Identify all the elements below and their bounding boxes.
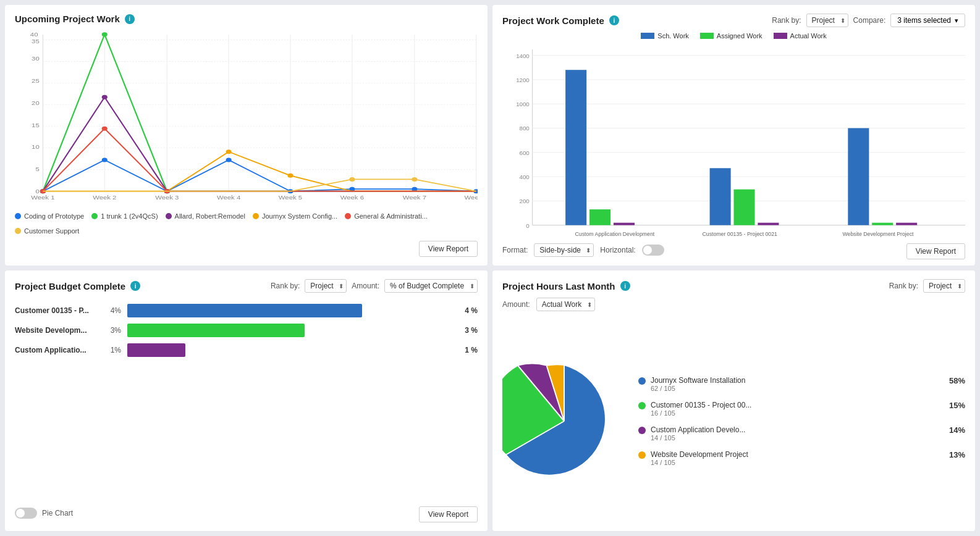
- rank-by-select[interactable]: Project: [806, 14, 848, 27]
- hours-amount-wrapper[interactable]: Actual Work: [536, 298, 595, 311]
- upcoming-view-report-button[interactable]: View Report: [419, 241, 478, 257]
- svg-rect-77: [758, 223, 779, 225]
- budget-pct-right-0: 4 %: [455, 306, 478, 315]
- pie-dot-2: [638, 427, 646, 434]
- svg-text:1200: 1200: [516, 77, 530, 83]
- upcoming-title: Upcoming Project Work: [15, 14, 120, 24]
- pie-legend-text-0: Journyx Software Installation 62 / 105: [651, 376, 944, 392]
- legend-sch-work: Sch. Work: [641, 32, 689, 40]
- svg-text:Week 3: Week 3: [155, 195, 179, 201]
- legend-dot-allard: [166, 213, 172, 219]
- legend-label-general: General & Administrati...: [354, 212, 428, 220]
- svg-text:Customer 00135 - Project 0021: Customer 00135 - Project 0021: [703, 231, 778, 237]
- svg-text:5: 5: [35, 167, 40, 173]
- legend-coding: Coding of Prototype: [15, 212, 84, 220]
- format-label: Format:: [502, 246, 528, 254]
- horizontal-toggle[interactable]: [642, 245, 664, 256]
- svg-point-36: [226, 157, 232, 162]
- legend-dot-coding: [15, 213, 21, 219]
- items-selected-button[interactable]: 3 items selected: [890, 14, 965, 27]
- legend-allard: Allard, Robert:Remodel: [166, 212, 245, 220]
- budget-fill-2: [127, 343, 185, 357]
- svg-text:200: 200: [520, 198, 530, 204]
- legend-journyx: Journyx System Config...: [253, 212, 337, 220]
- budget-view-report-button[interactable]: View Report: [419, 506, 478, 522]
- budget-amount-select[interactable]: % of Budget Complete: [384, 279, 478, 293]
- work-complete-controls: Rank by: Project Compare: 3 items select…: [772, 14, 965, 27]
- legend-actual-work: Actual Work: [774, 32, 827, 40]
- pie-chart-label: Pie Chart: [42, 509, 73, 517]
- budget-fill-0: [127, 304, 362, 317]
- svg-text:10: 10: [32, 144, 40, 151]
- budget-title: Project Budget Complete: [15, 281, 125, 291]
- budget-amount-label: Amount:: [352, 282, 379, 290]
- hours-amount-row: Amount: Actual Work: [502, 298, 965, 311]
- work-complete-view-report-button[interactable]: View Report: [906, 243, 965, 259]
- upcoming-legend: Coding of Prototype 1 trunk 1 (2v4QcS) A…: [15, 212, 478, 235]
- budget-rank-by-select[interactable]: Project: [305, 279, 347, 293]
- work-complete-chart: 0 200 400 600 800 1000 1200 1400: [502, 43, 965, 237]
- pie-legend-item-0: Journyx Software Installation 62 / 105 5…: [638, 376, 965, 392]
- budget-amount-wrapper[interactable]: % of Budget Complete: [384, 279, 478, 293]
- rank-by-label: Rank by:: [772, 16, 801, 25]
- budget-pie-toggle-knob: [16, 509, 25, 517]
- pie-legend-text-3: Website Development Project 14 / 105: [651, 450, 944, 466]
- hours-rank-by-wrapper[interactable]: Project: [923, 279, 965, 293]
- pie-legend-text-2: Custom Application Develo... 14 / 105: [651, 425, 944, 442]
- pie-legend-name-0: Journyx Software Installation: [651, 376, 944, 385]
- budget-label-2: Custom Applicatio...: [15, 346, 95, 354]
- svg-point-50: [102, 127, 108, 131]
- pie-legend-sub-2: 14 / 105: [651, 434, 944, 442]
- pie-legend-item-3: Website Development Project 14 / 105 13%: [638, 450, 965, 466]
- upcoming-chart-area: 0 5 10 15 20 25 30 35 40 Week 1: [15, 29, 478, 207]
- svg-rect-80: [872, 223, 893, 225]
- format-wrapper[interactable]: Side-by-side: [534, 243, 594, 257]
- legend-assigned-work: Assigned Work: [700, 32, 762, 40]
- budget-controls: Rank by: Project Amount: % of Budget Com…: [271, 279, 478, 293]
- hours-pie-layout: Journyx Software Installation 62 / 105 5…: [502, 320, 965, 522]
- budget-pct-left-2: 1%: [101, 346, 121, 354]
- svg-rect-75: [710, 168, 731, 225]
- hours-amount-select[interactable]: Actual Work: [536, 298, 595, 311]
- svg-text:800: 800: [520, 125, 530, 132]
- svg-point-47: [226, 149, 232, 154]
- budget-track-2: [127, 343, 449, 357]
- hours-panel: Project Hours Last Month i Rank by: Proj…: [492, 270, 975, 531]
- work-complete-info-icon[interactable]: i: [609, 15, 619, 25]
- upcoming-panel: Upcoming Project Work i 0 5 10 15 20 25 …: [5, 5, 488, 266]
- pie-legend-name-3: Website Development Project: [651, 450, 944, 459]
- budget-rank-by-wrapper[interactable]: Project: [305, 279, 347, 293]
- legend-label-coding: Coding of Prototype: [24, 212, 84, 220]
- format-bar: Format: Side-by-side Horizontal: View Re…: [502, 241, 965, 259]
- svg-text:0: 0: [35, 188, 40, 195]
- svg-text:Week 2: Week 2: [93, 195, 117, 201]
- legend-rect-assigned: [700, 33, 714, 39]
- upcoming-line-chart: 0 5 10 15 20 25 30 35 40 Week 1: [15, 29, 478, 207]
- svg-text:400: 400: [520, 174, 530, 180]
- svg-text:600: 600: [520, 149, 530, 156]
- legend-label-sch: Sch. Work: [657, 32, 689, 40]
- svg-text:15: 15: [32, 122, 40, 128]
- budget-bottom-bar: Pie Chart View Report: [15, 498, 478, 522]
- budget-pct-right-2: 1 %: [455, 346, 478, 354]
- svg-rect-72: [589, 209, 610, 225]
- legend-dot-trunk: [91, 213, 98, 219]
- horizontal-label: Horizontal:: [600, 246, 635, 254]
- legend-label-support: Customer Support: [24, 227, 79, 235]
- svg-text:30: 30: [32, 56, 40, 62]
- legend-dot-general: [345, 213, 351, 219]
- work-complete-title: Project Work Complete: [502, 15, 604, 26]
- hours-rank-by-select[interactable]: Project: [923, 279, 965, 293]
- format-select[interactable]: Side-by-side: [534, 243, 594, 257]
- upcoming-info-icon[interactable]: i: [125, 14, 135, 24]
- work-complete-bar-svg: 0 200 400 600 800 1000 1200 1400: [502, 43, 965, 237]
- hours-info-icon[interactable]: i: [620, 281, 630, 291]
- svg-point-42: [102, 32, 108, 36]
- budget-info-icon[interactable]: i: [130, 281, 140, 291]
- svg-text:Week 6: Week 6: [340, 195, 365, 201]
- svg-point-34: [102, 157, 108, 162]
- svg-point-48: [287, 174, 293, 178]
- budget-pie-toggle[interactable]: [15, 508, 37, 519]
- rank-by-wrapper[interactable]: Project: [806, 14, 848, 27]
- pie-legend-pct-2: 14%: [949, 425, 965, 435]
